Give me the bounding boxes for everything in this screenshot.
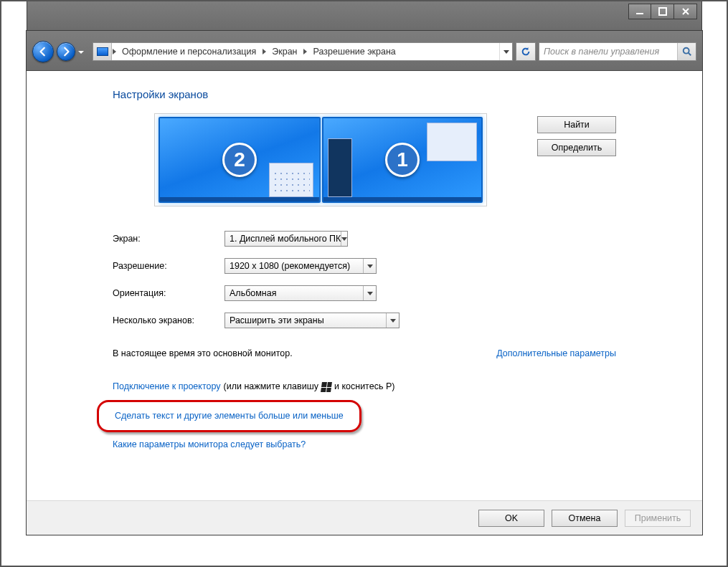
multiple-displays-select[interactable]: Расширить эти экраны xyxy=(224,313,400,328)
cancel-button[interactable]: Отмена xyxy=(552,510,618,527)
preview-window-icon xyxy=(328,138,352,197)
breadcrumb-personalization[interactable]: Оформление и персонализация xyxy=(116,43,262,60)
multiple-displays-label: Несколько экранов: xyxy=(113,315,224,325)
svg-point-2 xyxy=(683,48,689,54)
chevron-down-icon[interactable] xyxy=(386,313,399,328)
address-dropdown[interactable] xyxy=(499,43,512,60)
breadcrumb-resolution: Разрешение экрана xyxy=(308,43,402,60)
monitor-number: 1 xyxy=(385,143,420,177)
orientation-value: Альбомная xyxy=(230,288,363,298)
breadcrumb-display[interactable]: Экран xyxy=(266,43,303,60)
minimize-button[interactable] xyxy=(628,4,651,19)
screen-label: Экран: xyxy=(113,234,224,244)
projector-hint-b: и коснитесь P) xyxy=(334,377,394,397)
advanced-settings-link[interactable]: Дополнительные параметры xyxy=(496,348,616,358)
orientation-select[interactable]: Альбомная xyxy=(224,285,377,301)
highlight-annotation: Сделать текст и другие элементы больше и… xyxy=(97,400,361,433)
preview-window-icon xyxy=(427,123,477,161)
projector-hint-a: (или нажмите клавишу xyxy=(224,377,318,397)
control-panel-window: Оформление и персонализация Экран Разреш… xyxy=(26,30,703,535)
projector-link[interactable]: Подключение к проектору xyxy=(113,377,221,397)
search-placeholder: Поиск в панели управления xyxy=(539,47,677,57)
explorer-toolbar: Оформление и персонализация Экран Разреш… xyxy=(27,31,702,71)
preview-window-icon xyxy=(269,163,313,197)
search-icon[interactable] xyxy=(677,43,696,60)
monitor-number: 2 xyxy=(222,143,257,177)
monitor-2[interactable]: 2 xyxy=(159,117,321,203)
apply-button[interactable]: Применить xyxy=(625,510,691,527)
orientation-label: Ориентация: xyxy=(113,288,224,298)
screen-value: 1. Дисплей мобильного ПК xyxy=(230,234,341,244)
ok-button[interactable]: OK xyxy=(478,510,544,527)
content-area: Настройки экранов 2 1 Найти Определить xyxy=(27,71,702,500)
address-bar[interactable]: Оформление и персонализация Экран Разреш… xyxy=(93,42,513,61)
close-button[interactable] xyxy=(674,4,697,19)
location-icon xyxy=(93,43,112,60)
text-size-link[interactable]: Сделать текст и другие элементы больше и… xyxy=(115,411,344,421)
primary-monitor-status: В настоящее время это основной монитор. xyxy=(113,348,293,358)
dialog-footer: OK Отмена Применить xyxy=(27,500,702,535)
nav-forward-button[interactable] xyxy=(57,42,75,61)
svg-rect-0 xyxy=(636,13,643,14)
monitor-1[interactable]: 1 xyxy=(322,117,483,203)
chevron-down-icon[interactable] xyxy=(363,259,376,273)
detect-button[interactable]: Найти xyxy=(537,116,616,133)
page-title: Настройки экранов xyxy=(113,88,616,100)
resolution-label: Разрешение: xyxy=(113,261,224,271)
identify-button[interactable]: Определить xyxy=(537,139,616,156)
chevron-down-icon[interactable] xyxy=(363,286,376,300)
window-titlebar xyxy=(27,0,702,30)
windows-key-icon xyxy=(321,382,332,392)
chevron-down-icon[interactable] xyxy=(341,232,347,246)
refresh-button[interactable] xyxy=(516,42,536,61)
resolution-select[interactable]: 1920 x 1080 (рекомендуется) xyxy=(224,258,377,274)
resolution-value: 1920 x 1080 (рекомендуется) xyxy=(230,261,363,271)
nav-history-dropdown[interactable] xyxy=(77,47,85,58)
search-input[interactable]: Поиск в панели управления xyxy=(539,42,696,61)
nav-back-button[interactable] xyxy=(32,41,54,62)
screen-select[interactable]: 1. Дисплей мобильного ПК xyxy=(224,231,348,247)
svg-rect-1 xyxy=(659,8,666,15)
multiple-displays-value: Расширить эти экраны xyxy=(230,315,386,325)
monitor-preview[interactable]: 2 1 xyxy=(154,113,487,206)
maximize-button[interactable] xyxy=(651,4,674,19)
which-settings-link[interactable]: Какие параметры монитора следует выбрать… xyxy=(113,439,306,449)
